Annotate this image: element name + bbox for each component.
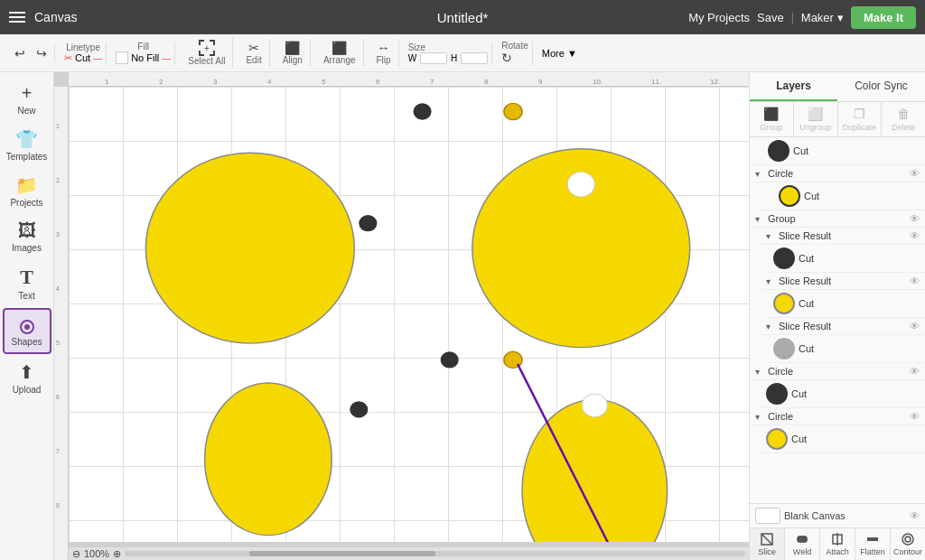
canvas-viewport[interactable] [69, 87, 749, 542]
layer-item[interactable]: Cut [761, 425, 925, 453]
svg-point-6 [800, 536, 808, 543]
save-button[interactable]: Save [757, 11, 784, 24]
width-input[interactable] [420, 52, 447, 64]
blank-canvas-eye[interactable]: 👁 [910, 510, 920, 521]
small-circle-top-left [414, 103, 432, 119]
eye-icon[interactable]: 👁 [910, 411, 920, 422]
bottom-actions: Slice Weld Attach [750, 527, 925, 560]
sidebar-item-shapes[interactable]: Shapes [3, 308, 51, 354]
select-all-button[interactable]: + Select All [184, 38, 229, 68]
hamburger-menu[interactable] [9, 12, 25, 23]
flip-group: ↔ Flip [369, 39, 399, 67]
eye-icon[interactable]: 👁 [910, 321, 920, 331]
svg-point-11 [905, 537, 911, 542]
new-icon: + [22, 83, 33, 104]
layer-thumb [773, 293, 795, 314]
zoom-out-icon[interactable]: ⊖ [72, 548, 80, 560]
hole-top-right-circle [567, 172, 594, 196]
maker-dropdown[interactable]: Maker ▾ [801, 11, 844, 24]
top-bar: Canvas Untitled* My Projects Save | Make… [0, 0, 925, 34]
blank-canvas-row: Blank Canvas 👁 [750, 504, 925, 527]
canvas-area[interactable]: 1 2 3 4 5 6 7 8 9 10. 11. 12. 1 2 3 4 5 … [54, 72, 749, 560]
fill-label: Fill [137, 42, 149, 51]
layer-thumb [766, 383, 788, 405]
group-button[interactable]: ⬛ Group [750, 102, 794, 136]
eye-icon[interactable]: 👁 [910, 213, 920, 224]
dot-near-bottom-oval [350, 401, 368, 417]
flatten-button[interactable]: Flatten [855, 528, 891, 560]
layer-item[interactable]: Cut [750, 137, 925, 165]
linetype-group: Linetype ✂ Cut — [61, 42, 107, 64]
duplicate-button[interactable]: ❐ Duplicate [838, 102, 883, 136]
undo-button[interactable]: ↩ [11, 44, 29, 62]
eye-icon[interactable]: 👁 [910, 366, 920, 377]
layer-item[interactable]: Cut [761, 182, 925, 210]
layer-item[interactable]: Cut [761, 380, 925, 408]
delete-button[interactable]: 🗑 Delete [882, 102, 925, 136]
sidebar-item-new[interactable]: + New [3, 78, 51, 121]
layer-thumb [779, 185, 800, 207]
small-circle-top-right [504, 103, 522, 119]
main-area: + New 👕 Templates 📁 Projects 🖼 Images T … [0, 72, 925, 560]
arrange-button[interactable]: ⬛ Arrange [320, 39, 360, 67]
large-circle-left [145, 153, 354, 343]
tab-color-sync[interactable]: Color Sync [837, 72, 925, 101]
left-sidebar: + New 👕 Templates 📁 Projects 🖼 Images T … [0, 72, 54, 560]
attach-button[interactable]: Attach [820, 528, 855, 560]
horizontal-scrollbar[interactable]: ⊖ 100% ⊕ [69, 547, 749, 560]
layer-item-circle-2[interactable]: ▾ Circle 👁 [750, 363, 925, 380]
layer-item-slice-3[interactable]: ▾ Slice Result 👁 [761, 318, 925, 335]
sidebar-item-upload[interactable]: ⬆ Upload [3, 356, 51, 400]
layer-item-circle-1[interactable]: ▾ Circle 👁 [750, 165, 925, 182]
slice-button[interactable]: Slice [750, 528, 785, 560]
flatten-icon [865, 532, 880, 546]
flip-button[interactable]: ↔ Flip [373, 39, 395, 67]
eye-icon[interactable]: 👁 [910, 230, 920, 241]
layer-item-group[interactable]: ▾ Group 👁 [750, 210, 925, 228]
layer-item-slice-1[interactable]: ▾ Slice Result 👁 [761, 228, 925, 245]
layers-list[interactable]: Cut ▾ Circle 👁 Cut ▾ Group 👁 [750, 137, 925, 503]
sidebar-item-templates[interactable]: 👕 Templates [3, 123, 51, 167]
ruler-top: 1 2 3 4 5 6 7 8 9 10. 11. 12. [69, 72, 749, 87]
weld-button[interactable]: Weld [785, 528, 820, 560]
align-button[interactable]: ⬛ Align [279, 39, 306, 67]
layer-item-circle-3[interactable]: ▾ Circle 👁 [750, 408, 925, 425]
sidebar-item-projects[interactable]: 📁 Projects [3, 169, 51, 213]
more-button[interactable]: More ▼ [538, 46, 581, 61]
eye-icon[interactable]: 👁 [910, 275, 920, 286]
layers-bottom: Blank Canvas 👁 Slice Weld [750, 503, 925, 560]
layer-item-slice-2[interactable]: ▾ Slice Result 👁 [761, 273, 925, 290]
shapes-icon [17, 315, 37, 335]
layer-item[interactable]: Cut [768, 245, 925, 273]
scroll-track[interactable] [125, 551, 745, 556]
toolbar: ↩ ↪ Linetype ✂ Cut — Fill No Fill — [0, 34, 925, 72]
tab-layers[interactable]: Layers [750, 72, 837, 101]
attach-icon [830, 532, 845, 546]
eye-icon[interactable]: 👁 [910, 168, 920, 179]
layers-tabs: Layers Color Sync [750, 72, 925, 102]
small-ellipse-bottom-left [205, 383, 332, 536]
layer-item[interactable]: Cut [768, 335, 925, 363]
layer-item[interactable]: Cut [768, 290, 925, 318]
fill-value[interactable]: No Fill [131, 52, 159, 63]
edit-button[interactable]: ✂ Edit [242, 39, 265, 67]
sidebar-item-images[interactable]: 🖼 Images [3, 215, 51, 258]
layer-thumb [768, 140, 790, 162]
layer-thumb [773, 338, 795, 359]
my-projects-button[interactable]: My Projects [688, 11, 750, 24]
make-it-button[interactable]: Make It [851, 6, 916, 29]
linetype-value[interactable]: Cut [75, 52, 90, 63]
zoom-in-icon[interactable]: ⊕ [113, 548, 121, 560]
sidebar-item-text[interactable]: T Text [3, 260, 51, 306]
linetype-label: Linetype [66, 42, 100, 52]
top-bar-right: My Projects Save | Maker ▾ Make It [688, 6, 916, 29]
large-oval-bottom-right [522, 399, 668, 542]
fill-group: Fill No Fill — [112, 42, 175, 64]
height-input[interactable] [461, 52, 488, 64]
dot-near-left-circle [359, 215, 377, 231]
redo-button[interactable]: ↪ [33, 44, 51, 62]
layer-thumb [766, 428, 788, 450]
ungroup-button[interactable]: ⬜ Ungroup [794, 102, 838, 136]
contour-button[interactable]: Contour [891, 528, 925, 560]
layer-thumb [773, 247, 795, 269]
